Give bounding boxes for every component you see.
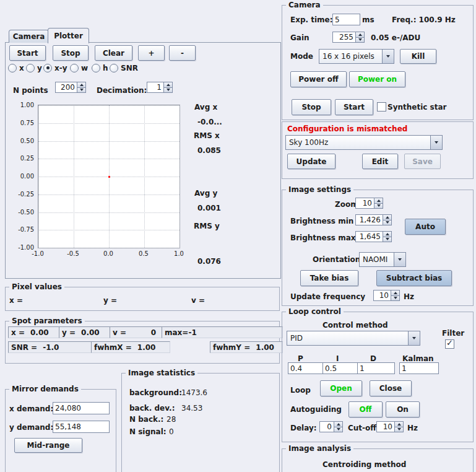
brightness-max-spinner[interactable]: 1,645 <box>355 231 392 242</box>
synthetic-star-checkbox[interactable] <box>377 102 386 111</box>
centroiding-method-label: Centroiding method <box>322 460 406 469</box>
subtract-bias-button[interactable]: Subtract bias <box>376 270 452 286</box>
arrow-down-icon <box>398 258 402 261</box>
radio-xy[interactable]: x-y <box>43 63 67 72</box>
cutoff-unit: Hz <box>407 424 418 432</box>
mid-range-button[interactable]: Mid-range <box>14 438 82 453</box>
tab-plotter[interactable]: Plotter <box>48 28 89 43</box>
auto-button[interactable]: Auto <box>405 219 446 235</box>
loop-open-button[interactable]: Open <box>320 380 362 396</box>
n-points-value[interactable]: 200 <box>55 82 77 93</box>
mode-combobox[interactable]: 16 x 16 pixels <box>319 49 394 64</box>
edit-button[interactable]: Edit <box>362 154 398 169</box>
camera-stop-button[interactable]: Stop <box>292 99 331 115</box>
arrow-down-icon <box>435 141 438 144</box>
d-gain-field[interactable]: 1 <box>357 362 395 374</box>
zoom-spinner[interactable]: 10 <box>355 198 383 209</box>
spinner-down-button[interactable] <box>394 427 404 433</box>
p-gain-field[interactable]: 0.4 <box>288 362 326 374</box>
orientation-combobox[interactable]: NAOMI <box>359 252 406 267</box>
n-points-spinner[interactable]: 200 <box>55 82 86 93</box>
autoguiding-on-button[interactable]: On <box>386 401 420 417</box>
plot-zoom-out-button[interactable]: - <box>169 45 196 61</box>
spinner-down-button[interactable] <box>383 221 392 226</box>
brightness-max-value[interactable]: 1,645 <box>355 231 383 242</box>
spinner-up-button[interactable] <box>163 82 173 88</box>
spot-x-field: x = 0.00 <box>8 326 63 338</box>
decimation-spinner[interactable]: 1 <box>147 82 173 93</box>
spinner-up-button[interactable] <box>383 214 392 221</box>
spinner-up-button[interactable] <box>383 231 392 237</box>
spinner-up-button[interactable] <box>77 82 86 88</box>
brightness-min-value[interactable]: 1,426 <box>355 214 383 225</box>
update-frequency-spinner[interactable]: 10 <box>373 290 400 301</box>
filter-checkbox[interactable] <box>445 339 454 349</box>
radio-snr[interactable]: SNR <box>110 63 138 72</box>
spinner-down-button[interactable] <box>391 296 400 302</box>
cutoff-value[interactable]: 10 <box>376 421 394 432</box>
loop-close-button[interactable]: Close <box>370 380 412 396</box>
spinner-up-button[interactable] <box>334 421 343 427</box>
combo-arrow-button[interactable] <box>408 331 420 345</box>
radio-h-label: h <box>103 64 108 72</box>
arrow-down-icon <box>386 55 390 58</box>
radio-y[interactable]: y <box>26 63 42 72</box>
delay-spinner[interactable]: 0 <box>319 421 343 432</box>
i-gain-label: I <box>336 354 339 363</box>
spinner-down-button[interactable] <box>383 237 392 243</box>
decimation-value[interactable]: 1 <box>147 82 163 93</box>
radio-x[interactable]: x <box>8 63 24 72</box>
rms-y-label: RMS y <box>194 222 220 230</box>
combo-arrow-button[interactable] <box>382 50 394 63</box>
radio-h[interactable]: h <box>92 63 108 72</box>
autoguiding-off-button[interactable]: Off <box>348 401 383 417</box>
zoom-value[interactable]: 10 <box>355 198 374 209</box>
gain-spinner[interactable]: 255 <box>332 32 365 43</box>
plot-zoom-in-button[interactable]: + <box>138 45 165 61</box>
kill-button[interactable]: Kill <box>400 49 436 64</box>
spinner-down-button[interactable] <box>374 204 383 209</box>
spinner-down-button[interactable] <box>334 427 343 433</box>
config-preset-combobox[interactable]: Sky 100Hz <box>285 135 443 150</box>
cutoff-spinner[interactable]: 10 <box>376 421 404 432</box>
spinner-arrows <box>77 82 86 93</box>
save-button[interactable]: Save <box>404 154 441 169</box>
combo-arrow-button[interactable] <box>430 136 442 149</box>
spot-v-value: 0 <box>151 328 156 337</box>
spinner-down-button[interactable] <box>355 38 365 43</box>
decimation-label: Decimation: <box>97 86 147 95</box>
arrow-down-icon <box>386 221 389 224</box>
background-value: 1473.6 <box>181 388 207 397</box>
spinner-up-button[interactable] <box>394 421 404 427</box>
kalman-field[interactable]: 1 <box>399 362 439 374</box>
spinner-down-button[interactable] <box>163 88 173 94</box>
brightness-min-spinner[interactable]: 1,426 <box>355 214 392 225</box>
arrow-down-icon <box>337 428 340 430</box>
spinner-down-button[interactable] <box>77 88 86 94</box>
spot-fwhmx-label: fwhmX = <box>94 343 132 352</box>
x-tick-label: 0.0 <box>103 250 113 257</box>
spinner-up-button[interactable] <box>374 198 383 204</box>
take-bias-button[interactable]: Take bias <box>300 270 358 286</box>
camera-start-button[interactable]: Start <box>335 99 373 115</box>
i-gain-field[interactable]: 0.5 <box>322 362 360 374</box>
plot-clear-button[interactable]: Clear <box>95 45 132 61</box>
tab-camera[interactable]: Camera <box>9 30 49 43</box>
power-off-button[interactable]: Power off <box>290 71 347 87</box>
x-demand-field[interactable]: 24,080 <box>53 402 110 414</box>
plot-start-button[interactable]: Start <box>9 45 46 61</box>
power-on-button[interactable]: Power on <box>349 71 405 87</box>
update-frequency-value[interactable]: 10 <box>373 290 391 301</box>
plot-stop-button[interactable]: Stop <box>53 45 89 61</box>
exp-time-field[interactable]: 5 <box>332 14 360 25</box>
spinner-up-button[interactable] <box>355 32 365 38</box>
delay-value[interactable]: 0 <box>319 421 334 432</box>
gain-value[interactable]: 255 <box>332 32 355 43</box>
radio-w[interactable]: w <box>70 63 88 72</box>
combo-arrow-button[interactable] <box>394 253 405 266</box>
plot-x-axis-labels: -1.0-0.50.00.51.0 <box>38 250 179 259</box>
update-button[interactable]: Update <box>287 154 335 169</box>
control-method-combobox[interactable]: PID <box>287 331 420 346</box>
spinner-up-button[interactable] <box>391 290 400 296</box>
y-demand-field[interactable]: 55,148 <box>53 421 110 433</box>
